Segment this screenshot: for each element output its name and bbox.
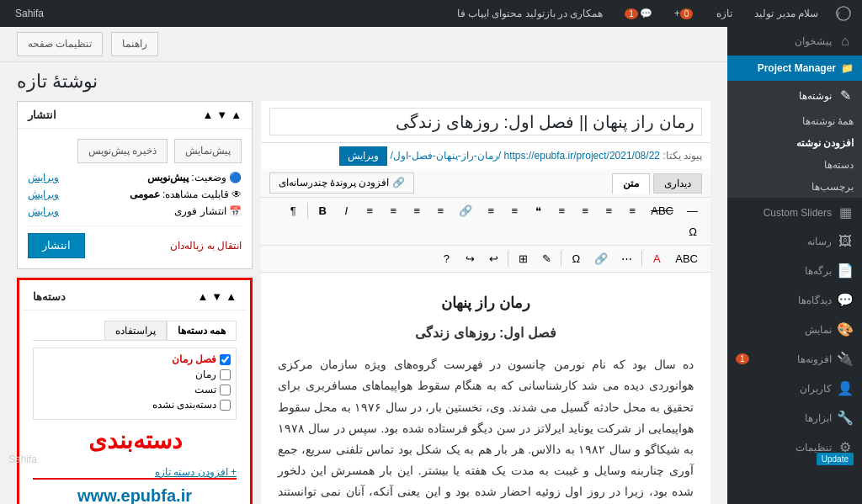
- tab-text[interactable]: متن: [612, 173, 650, 194]
- main-editor: پیوند یکتا: https://epubfa.ir/project/20…: [261, 101, 710, 504]
- toolbar-link[interactable]: 🔗: [453, 201, 478, 220]
- cat-tab-all[interactable]: همه دسته‌ها: [167, 321, 237, 340]
- toolbar-hr[interactable]: —: [681, 201, 704, 220]
- submenu-all-posts[interactable]: همهٔ نوشته‌ها: [727, 110, 862, 132]
- toolbar-special[interactable]: Ω: [682, 222, 704, 241]
- categories-metabox-header[interactable]: ▲ ▼ ▲ دسته‌ها: [23, 284, 247, 310]
- toolbar-strikethrough2[interactable]: ABC: [669, 249, 704, 268]
- permalink-url[interactable]: https://epubfa.ir/project/2021/08/22 /رم…: [387, 150, 660, 162]
- permalink-edit-btn[interactable]: ویرایش: [339, 146, 387, 166]
- toolbar-h2[interactable]: ≡: [574, 201, 596, 220]
- adminbar-comments[interactable]: 💬 1: [618, 0, 659, 27]
- post-title-input[interactable]: [269, 108, 702, 135]
- adminbar-collaborate[interactable]: همکاری در بازتولید محتوای ایپاب فا: [450, 0, 610, 27]
- status-edit-link[interactable]: ویرایش: [28, 172, 59, 183]
- sidebar-item-media[interactable]: 🖼 رسانه: [727, 227, 862, 256]
- wordpress-logo-icon[interactable]: W: [833, 3, 854, 24]
- preview-btn[interactable]: پیش‌نمایش: [174, 139, 242, 163]
- cat-down-icon[interactable]: ▼: [211, 290, 222, 303]
- toolbar-align2[interactable]: ≡: [382, 201, 404, 220]
- appearance-icon: 🎨: [837, 321, 854, 337]
- date-edit-link[interactable]: ویرایش: [28, 205, 59, 217]
- posts-icon: ✎: [837, 88, 854, 103]
- cat-expand-icon[interactable]: ▲: [197, 290, 208, 303]
- toolbar-more[interactable]: ⋯: [615, 249, 638, 268]
- cat-checkbox-0[interactable]: [220, 354, 231, 365]
- page-settings-btn[interactable]: تنظیمات صفحه: [17, 32, 103, 56]
- metabox-down-icon[interactable]: ▼: [216, 109, 227, 121]
- toolbar-help[interactable]: ?: [435, 249, 457, 268]
- toolbar-bold[interactable]: B: [311, 201, 333, 220]
- sidebar-item-plugins[interactable]: 🔌 افزونه‌ها 1: [727, 344, 862, 374]
- sidebar-item-custom-sliders[interactable]: ▦ Custom Sliders: [727, 198, 862, 227]
- toolbar-h3[interactable]: ≡: [598, 201, 620, 220]
- sidebar-item-label-posts: نوشته‌ها: [736, 90, 832, 102]
- update-badge[interactable]: Update: [817, 453, 854, 465]
- toolbar-align3[interactable]: ≡: [406, 201, 428, 220]
- save-draft-btn[interactable]: ذخیره پیش‌نویس: [77, 139, 168, 163]
- sidebar-item-comments[interactable]: 💬 دیدگاه‌ها: [727, 285, 862, 315]
- toolbar-indent[interactable]: ≡: [621, 201, 643, 220]
- cat-item-1: رمان: [39, 369, 231, 380]
- adminbar-site[interactable]: سلام مدیر تولید: [748, 0, 825, 27]
- toolbar-link2[interactable]: 🔗: [588, 249, 614, 268]
- topbar: راهنما تنظیمات صفحه: [0, 27, 727, 62]
- toolbar-list1[interactable]: ≡: [480, 201, 502, 220]
- metabox-up-icon[interactable]: ▲: [231, 109, 242, 121]
- cat-checkbox-2[interactable]: [220, 385, 231, 395]
- trash-link[interactable]: انتقال به زباله‌دان: [170, 240, 242, 252]
- cat-up-icon[interactable]: ▲: [226, 290, 237, 303]
- editor-tabs-bar: دیداری متن 🔗 افزودن پروندهٔ چندرسانه‌ای: [261, 169, 710, 198]
- sidebar-tools-label: ابزارها: [736, 412, 832, 424]
- adminbar-sahifa[interactable]: Sahifa: [8, 0, 51, 27]
- toolbar-undo[interactable]: ↩: [482, 249, 504, 268]
- metabox-controls: ▲ ▼ ▲: [202, 109, 242, 121]
- toolbar-list2[interactable]: ≡: [503, 201, 525, 220]
- submenu-tags[interactable]: برچسب‌ها: [727, 176, 862, 198]
- toolbar-edit[interactable]: ✎: [535, 249, 557, 268]
- tab-visual[interactable]: دیداری: [653, 173, 702, 194]
- visibility-edit-link[interactable]: ویرایش: [28, 188, 59, 200]
- metabox-expand-icon[interactable]: ▲: [202, 109, 213, 121]
- editor-subheading: فصل اول: روزهای زندگی: [278, 321, 694, 346]
- submenu-add-post[interactable]: افزودن نوشته: [727, 132, 862, 154]
- cat-metabox-controls: ▲ ▼ ▲: [197, 290, 237, 303]
- toolbar-h1[interactable]: ≡: [551, 201, 572, 220]
- toolbar-paragraph[interactable]: ¶: [282, 201, 304, 220]
- sidebar-item-dashboard[interactable]: ⌂ پیشخوان: [727, 27, 862, 56]
- toolbar-char[interactable]: Ω: [565, 249, 587, 268]
- editor-tab-group: دیداری متن: [612, 173, 702, 194]
- plugins-badge: 1: [736, 353, 749, 364]
- toolbar-sep-3: [561, 251, 561, 267]
- toolbar-table[interactable]: ⊞: [512, 249, 534, 268]
- sidebar-item-appearance[interactable]: 🎨 نمایش: [727, 315, 862, 344]
- sidebar-item-users[interactable]: 👤 کاربران: [727, 374, 862, 403]
- publish-metabox-body: پیش‌نمایش ذخیره پیش‌نویس 🔵 وضعیت: پیش‌نو…: [18, 129, 252, 268]
- publish-btn[interactable]: انتشار: [28, 233, 85, 258]
- toolbar-italic[interactable]: I: [335, 201, 357, 220]
- toolbar-sep-2: [508, 251, 508, 267]
- sidebar-item-posts[interactable]: ✎ نوشته‌ها: [727, 81, 862, 110]
- cat-checkbox-3[interactable]: [220, 400, 231, 411]
- content-area: پیوند یکتا: https://epubfa.ir/project/20…: [17, 101, 710, 504]
- toolbar-align1[interactable]: ≡: [359, 201, 380, 220]
- toolbar-color[interactable]: A: [646, 249, 668, 268]
- toolbar-quote[interactable]: ❝: [527, 201, 549, 220]
- adminbar-new[interactable]: تازه: [710, 0, 739, 27]
- sidebar-item-tools[interactable]: 🔧 ابزارها: [727, 403, 862, 432]
- posts-submenu: همهٔ نوشته‌ها افزودن نوشته دسته‌ها برچسب…: [727, 110, 862, 198]
- sidebar-item-pages[interactable]: 📄 برگه‌ها: [727, 256, 862, 285]
- guides-btn[interactable]: راهنما: [111, 32, 158, 56]
- toolbar-strikethrough[interactable]: ABC: [645, 201, 679, 220]
- sidebar-project-manager[interactable]: 📁 Project Manager: [727, 56, 862, 81]
- categories-metabox-body: همه دسته‌ها پراستفاده فصل رمان: [23, 310, 247, 504]
- add-media-btn[interactable]: 🔗 افزودن پروندهٔ چندرسانه‌ای: [269, 172, 414, 194]
- adminbar-notif[interactable]: 0 +: [668, 0, 702, 27]
- editor-toolbar-row2: ? ↪ ↩ ⊞ ✎ Ω 🔗 ⋯ A ABC: [261, 246, 710, 273]
- cat-checkbox-1[interactable]: [220, 369, 231, 380]
- toolbar-redo[interactable]: ↪: [459, 249, 481, 268]
- toolbar-align4[interactable]: ≡: [429, 201, 451, 220]
- submenu-categories[interactable]: دسته‌ها: [727, 154, 862, 176]
- cat-tab-popular[interactable]: پراستفاده: [104, 321, 167, 340]
- publish-metabox-header[interactable]: ▲ ▼ ▲ انتشار: [18, 102, 252, 129]
